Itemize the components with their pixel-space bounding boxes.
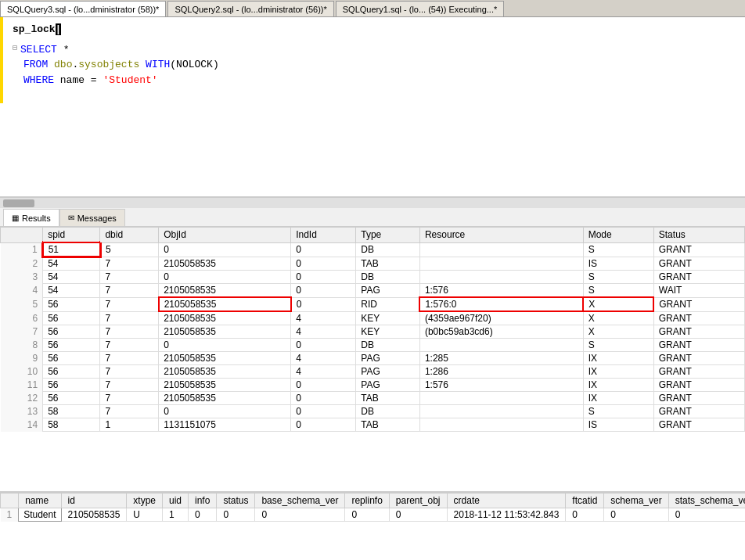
grid-icon: ▦ — [12, 214, 19, 222]
cell-spid: 56 — [43, 392, 100, 405]
bottom-cell-ftcatid: 0 — [566, 508, 604, 522]
table-row: 1256721050585350TABIXGRANT — [1, 392, 745, 405]
cell-mode: IX — [583, 365, 653, 379]
cell-spid: 54 — [43, 284, 100, 298]
cell-mode: X — [583, 325, 653, 339]
cell-mode: S — [583, 271, 653, 284]
cell-type: RID — [356, 297, 420, 311]
bottom-col-header: uid — [163, 494, 189, 508]
kw-where: WHERE — [23, 73, 54, 88]
bottom-col-header: name — [19, 494, 61, 508]
tab-messages[interactable]: ✉ Messages — [59, 209, 125, 226]
bottom-cell-replinfo: 0 — [345, 508, 389, 522]
table-row: 856700DBSGRANT — [1, 339, 745, 352]
cell-status: GRANT — [653, 311, 744, 325]
col-objid-header: ObjId — [159, 228, 291, 243]
cell-resource: 1:576 — [419, 379, 583, 392]
bottom-col-header: ftcatid — [566, 494, 604, 508]
cell-dbid: 5 — [100, 242, 159, 257]
cell-dbid: 7 — [100, 325, 159, 339]
cell-objid: 1131151075 — [159, 418, 291, 432]
bottom-cell-schema_ver: 0 — [604, 508, 668, 522]
cell-resource — [419, 257, 583, 271]
row-number: 5 — [1, 297, 43, 311]
cell-dbid: 7 — [100, 379, 159, 392]
table-row: 556721050585350RID1:576:0XGRANT — [1, 297, 745, 311]
tab-sqlquery2[interactable]: SQLQuery2.sql - (lo...dministrator (56))… — [167, 1, 333, 16]
editor-line-select: ⊟ SELECT * — [13, 42, 739, 58]
bottom-col-header: schema_ver — [604, 494, 668, 508]
cell-indid: 4 — [291, 365, 356, 379]
cell-resource: 1:576:0 — [419, 297, 583, 311]
bottom-col-header: base_schema_ver — [255, 494, 345, 508]
cell-dbid: 7 — [100, 392, 159, 405]
collapse-indicator[interactable]: ⊟ — [13, 42, 17, 54]
row-number: 3 — [1, 271, 43, 284]
tab-sqlquery1[interactable]: SQLQuery1.sql - (lo... (54)) Executing..… — [336, 1, 504, 16]
cell-objid: 0 — [159, 339, 291, 352]
cell-spid: 56 — [43, 379, 100, 392]
table-row: 656721050585354KEY(4359ae967f20)XGRANT — [1, 311, 745, 325]
cell-dbid: 7 — [100, 297, 159, 311]
cell-mode: S — [583, 284, 653, 298]
cell-indid: 0 — [291, 379, 356, 392]
results-table-section: spid dbid ObjId IndId Type Resource Mode… — [0, 227, 745, 493]
cell-dbid: 1 — [100, 418, 159, 432]
cell-type: PAG — [356, 352, 420, 365]
cell-spid: 58 — [43, 418, 100, 432]
cell-type: PAG — [356, 379, 420, 392]
cell-objid: 2105058535 — [159, 352, 291, 365]
cell-objid: 2105058535 — [159, 284, 291, 298]
cell-mode: IX — [583, 392, 653, 405]
bottom-table-row: 1Student2105058535U1000002018-11-12 11:5… — [1, 508, 746, 522]
tab-bar: SQLQuery3.sql - (lo...dministrator (58))… — [0, 0, 745, 17]
table-row: 756721050585354KEY(b0bc59ab3cd6)XGRANT — [1, 325, 745, 339]
cell-objid: 2105058535 — [159, 325, 291, 339]
cell-type: DB — [356, 271, 420, 284]
tab-sqlquery3[interactable]: SQLQuery3.sql - (lo...dministrator (58))… — [0, 1, 166, 16]
bottom-cell-crdate: 2018-11-12 11:53:42.843 — [447, 508, 566, 522]
cell-resource: (4359ae967f20) — [419, 311, 583, 325]
cell-resource — [419, 392, 583, 405]
table-row: 956721050585354PAG1:285IXGRANT — [1, 352, 745, 365]
cell-objid: 0 — [159, 242, 291, 257]
row-number: 12 — [1, 392, 43, 405]
row-number: 2 — [1, 257, 43, 271]
row-number: 8 — [1, 339, 43, 352]
kw-with: WITH — [146, 57, 170, 73]
editor-area: sp_lock| ⊟ SELECT * FROM dbo.sysobjects … — [0, 17, 745, 197]
tab-results[interactable]: ▦ Results — [3, 209, 59, 226]
cell-type: DB — [356, 405, 420, 418]
row-number: 6 — [1, 311, 43, 325]
cell-resource: 1:576 — [419, 284, 583, 298]
editor-scrollbar[interactable] — [0, 197, 745, 208]
cell-spid: 56 — [43, 325, 100, 339]
cell-resource — [419, 242, 583, 257]
cell-resource — [419, 271, 583, 284]
cell-spid: 54 — [43, 271, 100, 284]
cell-status: GRANT — [653, 418, 744, 432]
results-tabs: ▦ Results ✉ Messages — [0, 208, 745, 227]
cell-dbid: 7 — [100, 352, 159, 365]
cell-indid: 0 — [291, 284, 356, 298]
cell-resource: 1:286 — [419, 365, 583, 379]
cell-indid: 0 — [291, 392, 356, 405]
cell-indid: 0 — [291, 418, 356, 432]
cell-indid: 4 — [291, 352, 356, 365]
results-table: spid dbid ObjId IndId Type Resource Mode… — [0, 227, 745, 432]
cell-indid: 0 — [291, 271, 356, 284]
cell-spid: 54 — [43, 257, 100, 271]
cell-status: GRANT — [653, 365, 744, 379]
col-spid-header: spid — [43, 228, 100, 243]
cell-dbid: 7 — [100, 365, 159, 379]
cell-objid: 2105058535 — [159, 311, 291, 325]
cell-objid: 2105058535 — [159, 379, 291, 392]
cell-dbid: 7 — [100, 339, 159, 352]
proc-name: sp_lock| — [13, 22, 61, 38]
bottom-col-header: info — [189, 494, 217, 508]
cell-type: DB — [356, 339, 420, 352]
cell-status: GRANT — [653, 242, 744, 257]
col-dbid-header: dbid — [100, 228, 159, 243]
cell-spid: 56 — [43, 339, 100, 352]
bottom-table-section: nameidxtypeuidinfostatusbase_schema_verr… — [0, 493, 745, 560]
